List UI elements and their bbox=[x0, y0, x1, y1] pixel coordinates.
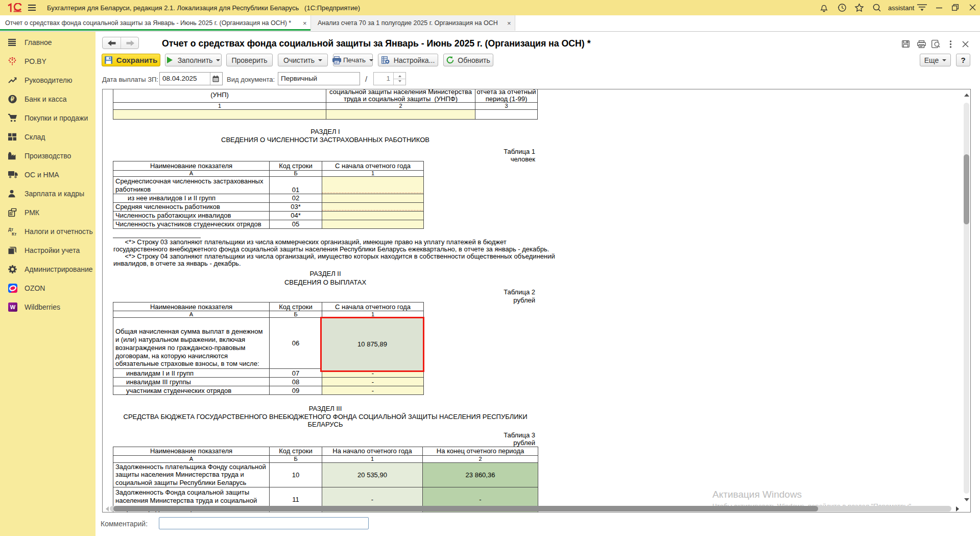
svg-text:W: W bbox=[10, 304, 16, 310]
svg-text:Кт: Кт bbox=[12, 231, 16, 236]
svg-text:₽: ₽ bbox=[11, 96, 15, 102]
